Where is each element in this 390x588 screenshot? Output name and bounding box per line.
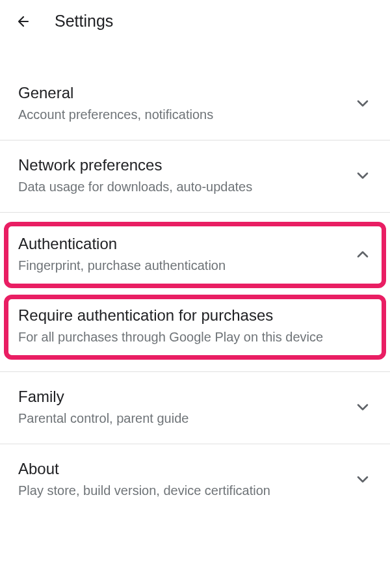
section-subtitle: Fingerprint, purchase authentication (18, 257, 346, 274)
section-network[interactable]: Network preferences Data usage for downl… (0, 140, 390, 213)
section-text: General Account preferences, notificatio… (18, 84, 346, 123)
chevron-down-icon (354, 167, 372, 185)
section-subtitle: Parental control, parent guide (18, 410, 346, 427)
section-general[interactable]: General Account preferences, notificatio… (0, 68, 390, 140)
section-family[interactable]: Family Parental control, parent guide (0, 371, 390, 444)
section-text: Require authentication for purchases For… (18, 306, 372, 345)
back-arrow-icon[interactable] (16, 14, 31, 29)
page-title: Settings (55, 12, 113, 31)
section-subtitle: Data usage for downloads, auto-updates (18, 178, 346, 195)
section-about[interactable]: About Play store, build version, device … (0, 444, 390, 516)
section-subtitle: Play store, build version, device certif… (18, 482, 346, 499)
section-text: Family Parental control, parent guide (18, 388, 346, 427)
section-text: Authentication Fingerprint, purchase aut… (18, 235, 346, 274)
section-subtitle: Account preferences, notifications (18, 106, 346, 123)
section-title: Family (18, 388, 346, 406)
section-require-authentication[interactable]: Require authentication for purchases For… (4, 295, 386, 360)
header: Settings (0, 0, 390, 42)
section-subtitle: For all purchases through Google Play on… (18, 328, 372, 345)
section-authentication[interactable]: Authentication Fingerprint, purchase aut… (4, 222, 386, 288)
section-title: Network preferences (18, 156, 346, 174)
section-title: About (18, 460, 346, 478)
chevron-down-icon (354, 94, 372, 113)
chevron-up-icon (354, 245, 372, 263)
section-text: About Play store, build version, device … (18, 460, 346, 499)
section-title: Authentication (18, 235, 346, 253)
chevron-down-icon (354, 470, 372, 488)
section-text: Network preferences Data usage for downl… (18, 156, 346, 195)
section-title: Require authentication for purchases (18, 306, 372, 325)
section-title: General (18, 84, 346, 102)
chevron-down-icon (354, 398, 372, 416)
